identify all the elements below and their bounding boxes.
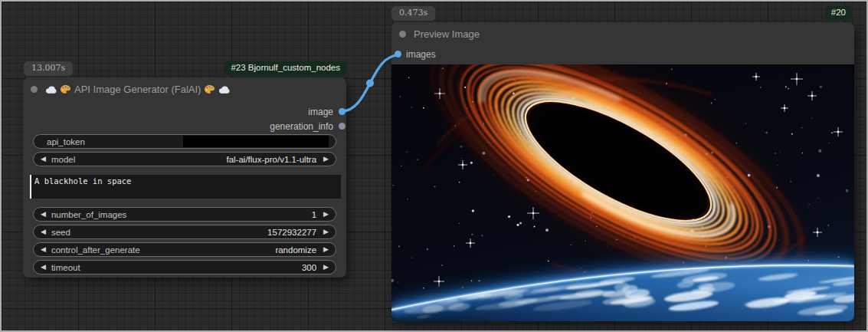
widget-label: timeout <box>51 263 80 272</box>
node-graph-canvas[interactable]: 13.007s #23 Bjornulf_custom_nodes <box>0 0 868 332</box>
widget-label: seed <box>51 228 70 237</box>
widget-value: 1572932277 <box>267 228 316 237</box>
widget-control-after-generate[interactable]: ◀ control_after_generate randomize ▶ <box>33 242 336 257</box>
palette-icon <box>60 84 71 94</box>
widget-model[interactable]: ◀ model fal-ai/flux-pro/v1.1-ultra ▶ <box>33 152 336 166</box>
execution-time-badge: 13.007s <box>24 61 73 76</box>
api-token-hidden-value <box>183 136 329 147</box>
widget-value: 300 <box>302 263 316 272</box>
preview-image <box>391 64 854 321</box>
preview-image-svg <box>391 64 854 321</box>
output-slot-image[interactable] <box>339 108 346 115</box>
link-image-to-images[interactable] <box>342 55 398 111</box>
decrement-arrow-icon[interactable]: ◀ <box>41 228 46 235</box>
widget-label: model <box>51 155 75 164</box>
node-header[interactable]: Preview Image <box>391 22 854 45</box>
collapse-dot[interactable] <box>399 31 406 38</box>
increment-arrow-icon[interactable]: ▶ <box>323 211 329 218</box>
output-label: generation_info <box>270 121 346 132</box>
decrement-arrow-icon[interactable]: ◀ <box>41 246 46 253</box>
node-preview-image[interactable]: 0.473s #20 Preview Image images <box>391 22 854 321</box>
output-slot-generation-info[interactable] <box>339 123 346 130</box>
node-title-text: API Image Generator (FalAI) <box>74 84 201 95</box>
execution-time-badge: 0.473s <box>391 6 435 21</box>
decrement-arrow-icon[interactable]: ◀ <box>41 156 46 163</box>
output-row-image: image <box>23 104 346 119</box>
increment-arrow-icon[interactable]: ▶ <box>323 156 329 163</box>
widget-seed[interactable]: ◀ seed 1572932277 ▶ <box>33 225 336 239</box>
collapse-dot[interactable] <box>31 86 38 93</box>
widget-label: api_token <box>47 137 85 146</box>
widget-value: fal-ai/flux-pro/v1.1-ultra <box>226 155 316 164</box>
cloud-icon <box>218 84 230 94</box>
decrement-arrow-icon[interactable]: ◀ <box>41 264 46 271</box>
palette-icon <box>204 84 215 94</box>
widget-label: control_after_generate <box>51 245 140 255</box>
widget-value: 1 <box>312 210 316 219</box>
increment-arrow-icon[interactable]: ▶ <box>323 228 329 235</box>
decrement-arrow-icon[interactable]: ◀ <box>41 211 46 218</box>
widget-label: number_of_images <box>51 210 126 219</box>
cloud-icon <box>45 84 57 94</box>
node-header[interactable]: API Image Generator (FalAI) <box>23 77 346 100</box>
widget-value: randomize <box>275 245 316 255</box>
node-title-text: Preview Image <box>414 28 480 40</box>
node-id-badge: #23 Bjornulf_custom_nodes <box>224 61 346 75</box>
node-title: Preview Image <box>414 28 480 40</box>
input-label: images <box>406 49 436 60</box>
output-row-generation-info: generation_info <box>23 119 346 133</box>
increment-arrow-icon[interactable]: ▶ <box>323 246 329 253</box>
input-row-images: images <box>391 45 854 64</box>
widget-number-of-images[interactable]: ◀ number_of_images 1 ▶ <box>33 207 336 222</box>
node-api-image-generator[interactable]: 13.007s #23 Bjornulf_custom_nodes <box>23 77 346 278</box>
node-id-badge: #20 <box>825 6 852 20</box>
link-midpoint-dot[interactable] <box>366 80 374 87</box>
node-title: API Image Generator (FalAI) <box>45 84 230 95</box>
widget-timeout[interactable]: ◀ timeout 300 ▶ <box>33 260 336 274</box>
input-slot-images[interactable] <box>395 51 401 58</box>
increment-arrow-icon[interactable]: ▶ <box>323 264 329 271</box>
prompt-textarea[interactable]: A blackhole in space <box>30 175 341 199</box>
widget-api-token[interactable]: api_token <box>33 134 336 149</box>
